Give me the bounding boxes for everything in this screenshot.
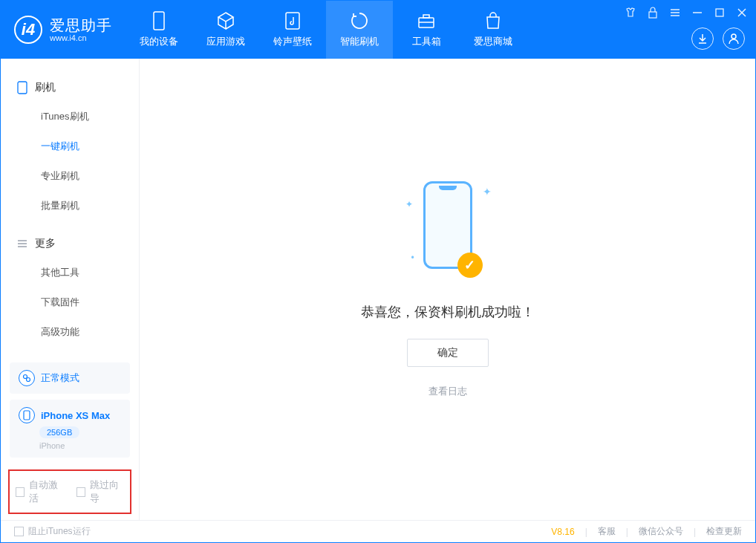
checkbox-box-icon: [16, 487, 25, 497]
sidebar-item-itunes-flash[interactable]: iTunes刷机: [1, 102, 139, 131]
svg-rect-14: [18, 82, 27, 94]
sidebar-item-batch-flash[interactable]: 批量刷机: [1, 191, 139, 221]
tab-my-device[interactable]: 我的设备: [126, 1, 192, 59]
download-button[interactable]: [691, 27, 714, 50]
sidebar-item-other-tools[interactable]: 其他工具: [1, 258, 139, 287]
ok-button[interactable]: 确定: [407, 339, 489, 367]
svg-rect-5: [649, 12, 656, 18]
version-text: V8.16: [551, 527, 574, 537]
logo-icon: i4: [14, 16, 42, 44]
lock-icon[interactable]: [645, 5, 660, 20]
checkbox-box-icon: [76, 487, 85, 497]
toolbox-icon: [417, 11, 436, 30]
tab-smart-flash[interactable]: 智能刷机: [326, 1, 393, 59]
svg-rect-1: [286, 13, 299, 29]
link-wechat[interactable]: 微信公众号: [639, 525, 683, 538]
success-illustration: ✦ ✦ • ✓: [407, 181, 489, 285]
device-mode-panel[interactable]: 正常模式: [10, 362, 130, 394]
svg-rect-3: [423, 15, 429, 18]
mode-icon: [19, 370, 35, 386]
svg-rect-10: [716, 9, 723, 16]
sidebar-item-pro-flash[interactable]: 专业刷机: [1, 161, 139, 191]
close-icon[interactable]: [734, 5, 749, 20]
music-file-icon: [283, 11, 302, 30]
success-message: 恭喜您，保资料刷机成功啦！: [361, 303, 535, 321]
maximize-icon[interactable]: [712, 5, 727, 20]
device-icon: [149, 11, 169, 30]
phone-icon: [17, 81, 27, 94]
sidebar-item-advanced[interactable]: 高级功能: [1, 317, 139, 347]
sidebar-section-flash: 刷机: [1, 74, 139, 102]
app-logo: i4 爱思助手 www.i4.cn: [1, 1, 126, 59]
checkbox-box-icon: [14, 527, 24, 536]
tab-label: 铃声壁纸: [273, 35, 312, 48]
sparkle-icon: •: [411, 253, 414, 263]
statusbar: 阻止iTunes运行 V8.16 | 客服 | 微信公众号 | 检查更新: [1, 520, 755, 542]
tab-label: 智能刷机: [340, 35, 379, 48]
window-controls: [623, 5, 749, 20]
link-support[interactable]: 客服: [598, 525, 616, 538]
cube-icon: [216, 11, 235, 30]
tab-label: 爱思商城: [474, 35, 512, 48]
tab-store[interactable]: 爱思商城: [460, 1, 527, 59]
header-actions: [691, 27, 745, 50]
tshirt-icon[interactable]: [623, 5, 638, 20]
sidebar-item-oneclick-flash[interactable]: 一键刷机: [1, 131, 139, 161]
tab-label: 我的设备: [140, 35, 178, 48]
checkmark-badge-icon: ✓: [457, 253, 483, 278]
menu-lines-icon: [17, 238, 27, 249]
tab-apps-games[interactable]: 应用游戏: [192, 1, 259, 59]
user-button[interactable]: [723, 27, 745, 50]
device-name: iPhone XS Max: [41, 410, 110, 421]
sparkle-icon: ✦: [483, 186, 492, 198]
sparkle-icon: ✦: [405, 199, 413, 209]
nav-tabs: 我的设备 应用游戏 铃声壁纸 智能刷机 工具箱 爱思商城: [126, 1, 527, 59]
checkbox-block-itunes[interactable]: 阻止iTunes运行: [14, 525, 91, 538]
view-log-link[interactable]: 查看日志: [428, 385, 467, 398]
svg-rect-0: [154, 12, 164, 30]
device-capacity: 256GB: [39, 426, 79, 438]
main-content: ✦ ✦ • ✓ 恭喜您，保资料刷机成功啦！ 确定 查看日志: [140, 59, 755, 520]
tab-label: 应用游戏: [206, 35, 245, 48]
tab-toolbox[interactable]: 工具箱: [393, 1, 460, 59]
app-title: 爱思助手: [50, 17, 112, 33]
device-mode: 正常模式: [41, 371, 79, 385]
device-info-panel[interactable]: iPhone XS Max 256GB iPhone: [10, 400, 130, 458]
bag-icon: [483, 11, 503, 30]
device-type: iPhone: [39, 441, 65, 450]
app-subtitle: www.i4.cn: [50, 33, 112, 42]
options-highlighted: 自动激活 跳过向导: [8, 469, 131, 514]
svg-point-13: [731, 34, 736, 39]
link-check-update[interactable]: 检查更新: [706, 525, 742, 538]
menu-icon[interactable]: [668, 5, 682, 20]
tab-label: 工具箱: [412, 35, 441, 48]
refresh-shield-icon: [350, 11, 369, 30]
sidebar-section-more: 更多: [1, 230, 139, 258]
checkbox-skip-guide[interactable]: 跳过向导: [76, 478, 124, 505]
minimize-icon[interactable]: [690, 5, 705, 20]
sidebar: 刷机 iTunes刷机 一键刷机 专业刷机 批量刷机 更多 其他工具 下载固件 …: [1, 59, 140, 520]
checkbox-auto-activate[interactable]: 自动激活: [16, 478, 63, 505]
sidebar-item-download-firmware[interactable]: 下载固件: [1, 287, 139, 317]
svg-rect-20: [24, 411, 30, 420]
device-phone-icon: [19, 407, 35, 423]
svg-point-19: [27, 378, 30, 382]
tab-ringtone-wallpaper[interactable]: 铃声壁纸: [259, 1, 326, 59]
svg-point-18: [24, 375, 27, 379]
titlebar: i4 爱思助手 www.i4.cn 我的设备 应用游戏 铃声壁纸 智能刷机 工具…: [1, 1, 755, 59]
